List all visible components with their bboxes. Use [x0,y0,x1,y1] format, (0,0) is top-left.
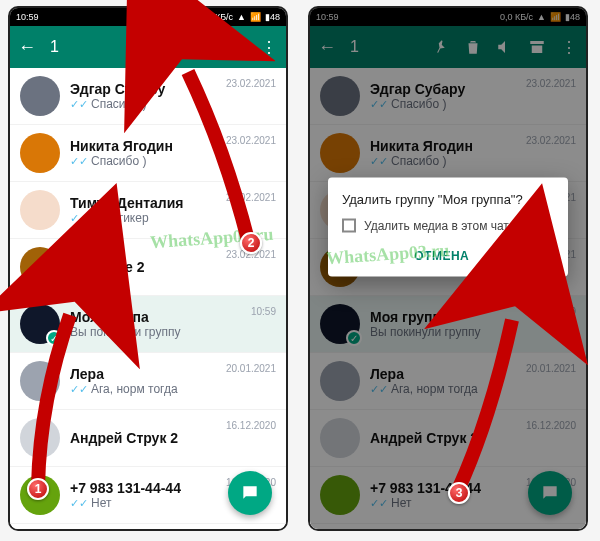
chat-subtitle-text: Спасибо ) [91,154,146,168]
read-ticks-icon: ✓✓ [70,212,88,225]
chat-row[interactable]: ✓Моя группаВы покинули группу10:59 [10,296,286,353]
phone-left: 10:59 59,4 КБ/с ▲ 📶 ▮48 ← 1 [8,6,288,531]
chat-name: Моя группа [70,309,241,325]
read-ticks-icon: ✓✓ [70,98,88,111]
chat-subtitle-text: Спасибо ) [91,97,146,111]
avatar[interactable]: ✓ [20,304,60,344]
avatar[interactable] [20,133,60,173]
mute-icon[interactable] [196,38,214,56]
pin-icon[interactable] [132,38,150,56]
chat-subtitle: ✓✓🌸Стикер [70,211,216,225]
phone-right: 10:59 0,0 КБ/с ▲ 📶 ▮48 ← 1 [308,6,588,531]
chat-date: 23.02.2021 [226,192,276,203]
avatar[interactable] [20,190,60,230]
chat-row[interactable]: Эдгар Субару✓✓Спасибо )23.02.2021 [10,68,286,125]
chat-date: 10:59 [251,306,276,317]
chat-name: Лера [70,366,216,382]
status-bar: 10:59 59,4 КБ/с ▲ 📶 ▮48 [10,8,286,26]
delete-media-checkbox[interactable] [342,218,356,232]
archive-icon[interactable] [228,38,246,56]
chat-subtitle-text: Нет [91,496,111,510]
chat-subtitle: ✓✓Ага, норм тогда [70,382,216,396]
chat-subtitle-text: Вы покинули группу [70,325,180,339]
chat-date: 23.02.2021 [226,135,276,146]
selection-count: 1 [50,38,59,56]
battery-icon: ▮48 [265,12,280,22]
chat-subtitle-text: Стикер [109,211,149,225]
wifi-icon: 📶 [250,12,261,22]
dialog-title: Удалить группу "Моя группа"? [342,191,554,206]
modal-overlay[interactable]: Удалить группу "Моя группа"? Удалить мед… [310,8,586,529]
chat-subtitle-text: Ага, норм тогда [91,382,178,396]
step-badge-1: 1 [27,478,49,500]
sticker-icon: 🌸 [91,211,106,225]
chat-name: Эдгар Субару [70,81,216,97]
read-ticks-icon: ✓✓ [70,383,88,396]
delete-dialog: Удалить группу "Моя группа"? Удалить мед… [328,177,568,276]
chat-subtitle: ✓✓Спасибо ) [70,97,216,111]
chat-list[interactable]: Эдгар Субару✓✓Спасибо )23.02.2021Никита … [10,68,286,529]
chat-name: Андрей Струк 2 [70,430,216,446]
selection-toolbar: ← 1 ⋮ [10,26,286,68]
chat-name: +7 983 131-44-44 [70,480,216,496]
chat-row[interactable]: Никита Ягодин✓✓Спасибо )23.02.2021 [10,125,286,182]
avatar[interactable] [20,247,60,287]
selected-check-icon: ✓ [46,330,62,346]
read-ticks-icon: ✓✓ [70,497,88,510]
delete-icon[interactable] [164,38,182,56]
avatar[interactable] [20,418,60,458]
chat-subtitle: ✓✓Нет [70,496,216,510]
chat-subtitle: Вы покинули группу [70,325,241,339]
read-ticks-icon: ✓✓ [70,155,88,168]
delete-media-label: Удалить медиа в этом чате [364,218,515,232]
chat-row[interactable]: Андрей Струк 216.12.2020 [10,410,286,467]
chat-name: Тимур Денталия [70,195,216,211]
chat-row[interactable]: Тимур Денталия✓✓🌸Стикер23.02.2021 [10,182,286,239]
back-icon[interactable]: ← [18,37,36,58]
step-badge-3: 3 [448,482,470,504]
new-chat-fab[interactable] [228,471,272,515]
chat-name: Дед Теле 2 [70,259,216,275]
avatar[interactable] [20,361,60,401]
status-time: 10:59 [16,12,39,22]
chat-subtitle: ✓✓Спасибо ) [70,154,216,168]
signal-icon: ▲ [237,12,246,22]
avatar[interactable] [20,76,60,116]
status-net: 59,4 КБ/с [195,12,233,22]
chat-row[interactable]: Лера✓✓Ага, норм тогда20.01.2021 [10,353,286,410]
chat-date: 16.12.2020 [226,420,276,431]
confirm-button[interactable]: УДАЛИТЬ [489,242,554,268]
more-icon[interactable]: ⋮ [260,38,278,56]
step-badge-2: 2 [240,232,262,254]
chat-date: 20.01.2021 [226,363,276,374]
chat-name: Никита Ягодин [70,138,216,154]
cancel-button[interactable]: ОТМЕНА [412,242,471,268]
chat-date: 23.02.2021 [226,78,276,89]
